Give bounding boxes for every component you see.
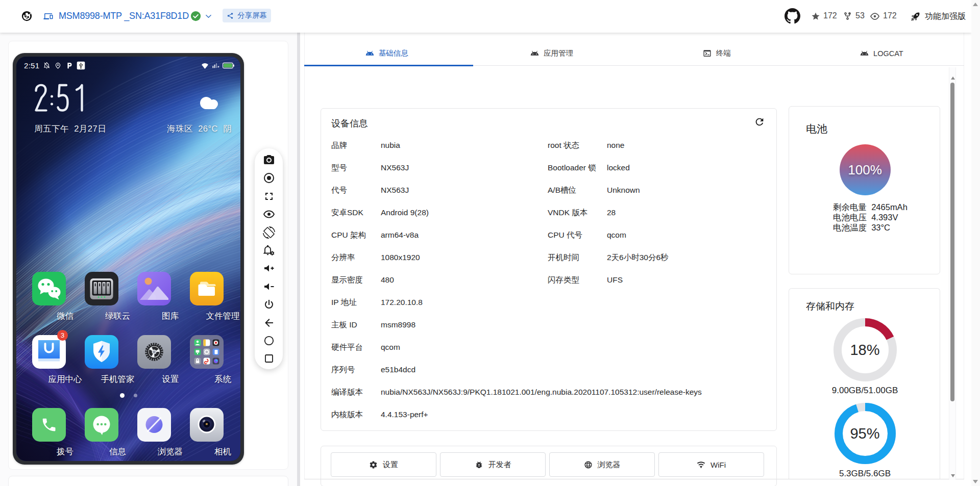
power-button[interactable] <box>263 298 275 311</box>
notification-settings-button[interactable] <box>263 244 275 257</box>
refresh-icon[interactable] <box>754 116 765 127</box>
info-row-value: none <box>607 140 624 151</box>
info-row-value: e51b4dcd <box>381 364 415 375</box>
info-row-label: 内核版本 <box>331 409 363 420</box>
home-button[interactable] <box>263 335 275 347</box>
screenshot-button[interactable] <box>263 154 275 166</box>
info-row-value: 2天6小时30分6秒 <box>607 252 669 263</box>
quick-actions-card: 设置 开发者 浏览器 WiFi <box>321 446 777 486</box>
app-icon-files[interactable] <box>190 272 224 305</box>
fork-icon[interactable] <box>843 12 852 20</box>
action-developer-button[interactable]: 开发者 <box>440 452 546 477</box>
screen-awake-button[interactable] <box>263 208 275 220</box>
app-icon-gallery[interactable] <box>137 272 171 305</box>
info-row-value: qcom <box>607 229 626 241</box>
fork-count[interactable]: 53 <box>855 11 865 20</box>
tab-app-manage[interactable]: 应用管理 <box>469 41 634 65</box>
phone-frame: 2:51 <box>13 53 244 465</box>
page-scroll-up-arrow[interactable] <box>973 3 978 6</box>
memory-label: 5.3GB/5.6GB <box>789 469 941 479</box>
enhanced-version-link[interactable]: 功能加强版 <box>911 11 966 22</box>
app-icon-system-folder[interactable] <box>190 335 224 369</box>
volume-down-button[interactable] <box>263 280 275 293</box>
info-row-label: 品牌 <box>331 140 347 151</box>
info-row-label: 分辨率 <box>331 252 355 263</box>
app-icon-wechat[interactable] <box>32 272 66 305</box>
action-settings-button[interactable]: 设置 <box>331 452 436 477</box>
action-label: 浏览器 <box>598 460 621 470</box>
scrollbar-thumb[interactable] <box>950 83 954 401</box>
app-icon-phone-manager[interactable] <box>85 335 118 369</box>
page-scrollbar[interactable] <box>971 0 980 486</box>
storage-donut: 18% <box>834 318 897 381</box>
info-row-value: Android 9(28) <box>381 207 429 218</box>
app-label: 文件管理 <box>192 311 241 322</box>
scroll-up-arrow[interactable] <box>951 76 955 80</box>
app-label: 绿联云 <box>87 311 149 322</box>
bottom-peek-card <box>8 476 288 486</box>
tab-logcat[interactable]: LOGCAT <box>799 41 964 65</box>
volume-up-button[interactable] <box>263 262 275 274</box>
signal-icon <box>212 61 220 69</box>
info-row-value: 1080x1920 <box>381 252 420 263</box>
notification-badge: 3 <box>57 330 68 341</box>
phone-screen[interactable]: 2:51 <box>16 57 240 461</box>
app-label: 系统 <box>192 374 241 385</box>
action-label: 设置 <box>383 460 398 470</box>
phone-wallpaper <box>16 57 240 461</box>
info-row-value: 480 <box>381 274 394 286</box>
info-row-label: 主板 ID <box>331 319 357 330</box>
storage-title: 存储和内存 <box>806 300 854 313</box>
device-info-title: 设备信息 <box>331 117 368 130</box>
action-browser-button[interactable]: 浏览器 <box>549 452 655 477</box>
fullscreen-button[interactable] <box>263 190 275 202</box>
app-icon-browser[interactable] <box>137 408 171 442</box>
storage-card: 存储和内存 18% 9.00GB/51.00GB 95% 5.3GB/5.6GB <box>789 288 940 479</box>
action-wifi-button[interactable]: WiFi <box>658 452 764 477</box>
bell-off-icon <box>43 62 51 69</box>
info-row-value: 28 <box>607 207 616 218</box>
content-bottom-border <box>304 479 964 479</box>
usb-icon <box>77 61 85 70</box>
storage-label: 9.00GB/51.00GB <box>789 386 941 396</box>
app-label: 浏览器 <box>140 446 201 457</box>
app-icon-camera[interactable] <box>190 408 224 442</box>
content-scrollbar[interactable] <box>949 67 956 480</box>
main-content: 基础信息 应用管理 终端 LOGCAT 设备信息 品牌nubia型号NX563J <box>300 33 971 486</box>
wifi-icon <box>201 61 209 70</box>
watch-count[interactable]: 172 <box>883 11 897 20</box>
star-icon[interactable] <box>811 12 820 21</box>
info-row-label: 序列号 <box>331 364 355 375</box>
info-row-value: NX563J <box>381 162 409 173</box>
app-icon-ugreen-nas[interactable] <box>85 272 118 305</box>
recents-button[interactable] <box>263 352 275 365</box>
info-row-label: 安卓SDK <box>331 207 363 218</box>
watch-eye-icon[interactable] <box>870 12 879 21</box>
info-row-value: nubia <box>381 140 400 151</box>
rotate-screen-button[interactable] <box>263 226 275 239</box>
app-icon-messages[interactable] <box>85 408 118 442</box>
battery-icon <box>223 62 234 69</box>
enhanced-version-label: 功能加强版 <box>925 11 966 22</box>
app-icon-settings[interactable] <box>137 335 171 369</box>
back-button[interactable] <box>263 317 275 329</box>
battery-gauge: 100% <box>840 144 891 195</box>
page-indicator <box>16 393 240 398</box>
star-count[interactable]: 172 <box>823 11 837 20</box>
info-row-value: 172.20.10.8 <box>381 297 423 308</box>
screen-record-button[interactable] <box>263 172 275 184</box>
statusbar-time: 2:51 <box>24 61 39 70</box>
info-row-value: NX563J <box>381 185 409 196</box>
github-icon[interactable] <box>785 8 800 24</box>
app-icon-dialer[interactable] <box>32 408 66 442</box>
info-row-label: 硬件平台 <box>331 342 363 353</box>
info-row-label: Bootloader 锁 <box>548 162 596 173</box>
page-scroll-down-arrow[interactable] <box>973 480 978 483</box>
tab-basic-info[interactable]: 基础信息 <box>304 41 469 65</box>
mirror-toolbar <box>255 148 283 369</box>
profile-p-icon <box>65 62 73 69</box>
scroll-down-arrow[interactable] <box>951 474 955 477</box>
tab-terminal[interactable]: 终端 <box>634 41 799 65</box>
action-label: 开发者 <box>488 460 511 470</box>
info-row-value: msm8998 <box>381 319 415 330</box>
